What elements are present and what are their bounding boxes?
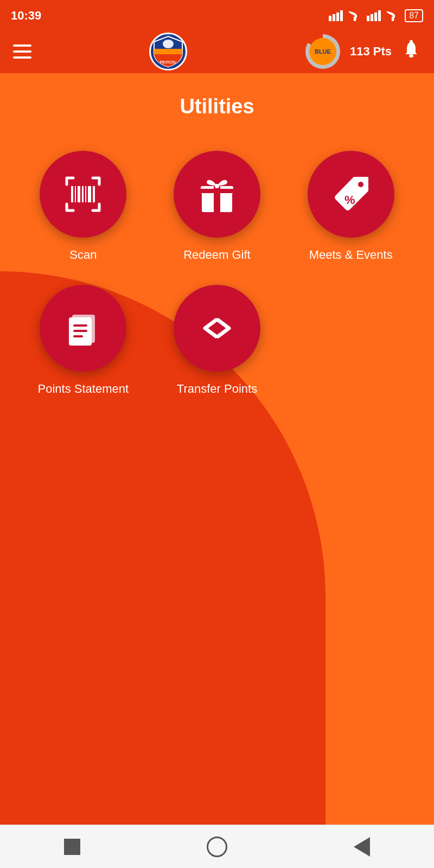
- svg-rect-21: [93, 186, 95, 202]
- meets-events-label: Meets & Events: [309, 247, 393, 263]
- svg-rect-31: [73, 324, 87, 327]
- signal2-icon: [367, 10, 381, 21]
- gift-icon: [195, 173, 239, 216]
- svg-rect-1: [333, 14, 335, 21]
- utility-item-scan[interactable]: Scan: [22, 151, 145, 263]
- svg-rect-32: [73, 330, 87, 332]
- utility-item-redeem-gift[interactable]: Redeem Gift: [156, 151, 279, 263]
- transfer-icon: [195, 307, 239, 350]
- tag-percent-icon: %: [329, 173, 373, 216]
- svg-text:FEVICOL: FEVICOL: [160, 60, 177, 64]
- page-title: Utilities: [16, 95, 418, 118]
- notification-bell[interactable]: [401, 40, 421, 63]
- barcode-icon: [61, 173, 105, 216]
- svg-point-26: [215, 184, 219, 188]
- scan-label: Scan: [69, 247, 97, 263]
- svg-rect-2: [336, 12, 339, 21]
- utilities-grid: Scan: [16, 151, 418, 397]
- home-icon: [207, 837, 227, 857]
- points-statement-circle: [40, 285, 126, 372]
- main-content: Utilities: [0, 73, 434, 868]
- svg-rect-7: [374, 12, 377, 21]
- document-icon: [61, 307, 105, 350]
- svg-rect-6: [371, 14, 373, 21]
- points-display: 113 Pts: [350, 44, 392, 59]
- svg-rect-3: [340, 10, 343, 21]
- wifi-icon: [347, 10, 362, 21]
- redeem-gift-label: Redeem Gift: [183, 247, 251, 263]
- transfer-points-circle: [174, 285, 260, 372]
- header: FEVICOL BLUE 113 Pts: [0, 30, 434, 73]
- svg-text:%: %: [344, 193, 355, 207]
- redeem-gift-circle: [174, 151, 260, 238]
- signal-icon: [329, 10, 343, 21]
- meets-events-circle: %: [308, 151, 394, 238]
- svg-rect-17: [78, 186, 80, 202]
- svg-point-11: [163, 40, 174, 48]
- svg-rect-15: [71, 186, 73, 202]
- utility-item-points-statement[interactable]: Points Statement: [22, 285, 145, 397]
- menu-button[interactable]: [13, 44, 31, 59]
- back-icon: [354, 837, 370, 857]
- svg-rect-18: [82, 186, 84, 202]
- svg-point-4: [354, 18, 356, 21]
- scan-circle: [40, 151, 126, 238]
- tier-label: BLUE: [309, 38, 336, 65]
- points-statement-label: Points Statement: [38, 381, 129, 397]
- app-logo: FEVICOL: [149, 33, 187, 71]
- content-area: Utilities: [0, 73, 434, 413]
- svg-rect-33: [73, 335, 83, 337]
- status-time: 10:39: [11, 9, 41, 23]
- wifi2-icon: [385, 10, 400, 21]
- transfer-points-label: Transfer Points: [177, 381, 257, 397]
- header-right: BLUE 113 Pts: [305, 34, 421, 69]
- svg-rect-14: [410, 40, 413, 42]
- logo-shield-icon: FEVICOL: [153, 35, 183, 68]
- utility-item-meets-events[interactable]: % Meets & Events: [289, 151, 412, 263]
- svg-point-27: [358, 182, 363, 187]
- svg-point-9: [392, 18, 394, 21]
- tier-badge: BLUE: [305, 34, 340, 69]
- nav-back-button[interactable]: [348, 833, 375, 860]
- svg-point-13: [409, 54, 413, 58]
- svg-rect-19: [85, 186, 86, 202]
- svg-rect-16: [75, 186, 76, 202]
- status-bar: 10:39 87: [0, 0, 434, 30]
- svg-rect-8: [378, 10, 381, 21]
- status-icons: 87: [329, 9, 423, 22]
- stop-icon: [64, 839, 80, 855]
- svg-rect-25: [201, 189, 233, 193]
- svg-rect-10: [154, 49, 182, 54]
- svg-rect-5: [367, 16, 369, 21]
- nav-stop-button[interactable]: [59, 833, 86, 860]
- bottom-navigation: [0, 825, 434, 868]
- svg-rect-0: [329, 16, 331, 21]
- utility-item-transfer-points[interactable]: Transfer Points: [156, 285, 279, 397]
- nav-home-button[interactable]: [203, 833, 231, 860]
- svg-rect-20: [88, 186, 91, 202]
- battery-indicator: 87: [405, 9, 423, 22]
